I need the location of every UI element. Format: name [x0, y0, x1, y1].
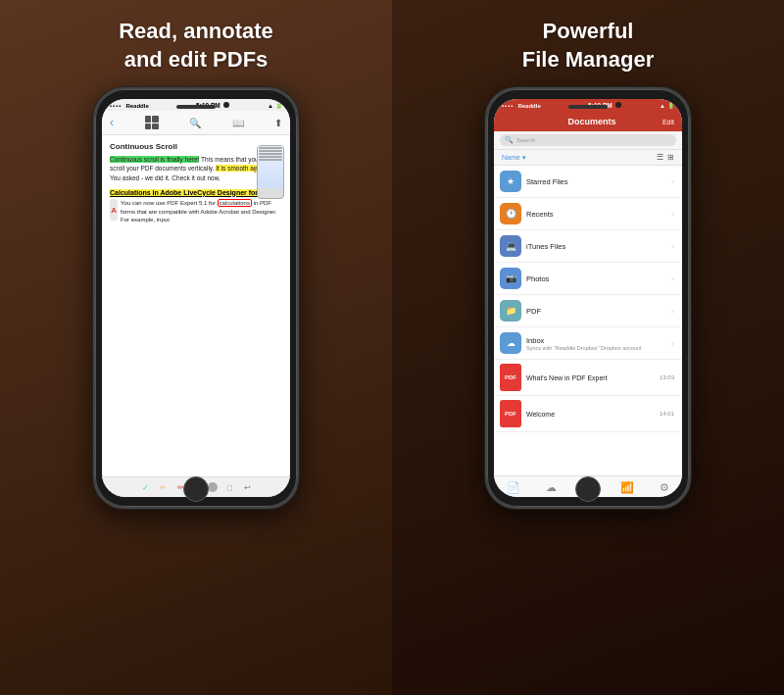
checkmark-tool[interactable]: ✓	[139, 481, 151, 493]
left-headline: Read, annotateand edit PDFs	[119, 18, 273, 74]
wifi-icon: ▲	[268, 103, 273, 109]
grid-view-icon[interactable]: ⊞	[667, 153, 674, 162]
folder-icon: 📁	[506, 306, 516, 316]
right-panel: PowerfulFile Manager •••• Readdle 5:10 P…	[392, 0, 784, 695]
undo-tool[interactable]: ↩	[241, 481, 253, 493]
back-button[interactable]: ‹	[110, 116, 114, 129]
fm-battery-icon: 🔋	[667, 102, 674, 109]
circled-word: calculations	[218, 199, 252, 207]
pdf-section2-title: Calculations in Adobe LiveCycle Designer…	[110, 189, 268, 196]
list-item[interactable]: 📁 PDF ›	[494, 295, 682, 327]
recents-label: Recents	[526, 210, 666, 219]
pdf-mini-phone-illustration	[257, 145, 284, 199]
fm-sort-bar: Name ▾ ☰ ⊞	[494, 150, 682, 166]
file-label-welcome: Welcome	[526, 411, 655, 418]
document-tab-icon: 📄	[507, 481, 520, 494]
eraser-tool[interactable]: ◻	[223, 481, 235, 493]
list-view-icon[interactable]: ☰	[657, 153, 663, 162]
bookmarks-button[interactable]: 📖	[232, 118, 244, 128]
status-right: ▲ 🔋	[268, 102, 282, 109]
mini-line	[259, 150, 282, 152]
body-text-2: You asked - we did it. Check it out now.	[110, 174, 220, 181]
list-item[interactable]: 📷 Photos ›	[494, 263, 682, 295]
fm-carrier: Readdle	[517, 103, 540, 109]
chevron-right-icon: ›	[671, 274, 674, 283]
mini-line	[259, 153, 282, 155]
list-item[interactable]: ☁ Inbox Syncs with "Readdle Dropbox" Dro…	[494, 327, 682, 360]
tab-settings[interactable]: ⚙	[660, 481, 669, 494]
pdf-folder-icon: 📁	[500, 300, 521, 322]
file-time-welcome: 14:01	[660, 411, 674, 417]
left-phone-screen: •••• Readdle 5:10 PM ▲ 🔋 ‹	[102, 99, 290, 497]
gray-circle-tool[interactable]	[208, 482, 218, 492]
search-button[interactable]: 🔍	[189, 118, 201, 128]
adobe-icon: A	[110, 199, 118, 221]
file-item[interactable]: PDF Welcome 14:01	[494, 396, 682, 432]
tab-documents[interactable]: 📄	[507, 481, 520, 494]
fm-signal: ••••	[502, 103, 514, 109]
grid-view-button[interactable]	[145, 116, 159, 129]
sort-chevron-down-icon: ▾	[522, 154, 526, 162]
camera-icon: 📷	[506, 273, 516, 283]
home-button[interactable]	[183, 476, 209, 502]
chevron-right-icon: ›	[671, 242, 674, 251]
signal-dots: ••••	[110, 103, 122, 109]
star-icon: ★	[507, 176, 514, 186]
fm-status-right: ▲ 🔋	[660, 102, 674, 109]
inbox-sublabel: Syncs with "Readdle Dropbox" Dropbox acc…	[526, 345, 666, 351]
status-left: •••• Readdle	[110, 103, 149, 109]
body-text-3: You can now use PDF Expert 5.1 for	[121, 200, 218, 206]
left-panel: Read, annotateand edit PDFs •••• Readdle…	[0, 0, 392, 695]
list-item[interactable]: ★ Starred Files ›	[494, 166, 682, 198]
pencil-tool[interactable]: ✏	[157, 481, 169, 493]
pdf-label: PDF	[526, 307, 666, 316]
chevron-right-icon: ›	[671, 177, 674, 186]
mini-line	[259, 147, 282, 149]
right-headline: PowerfulFile Manager	[522, 18, 654, 74]
starred-files-label: Starred Files	[526, 177, 666, 186]
fm-header-title: Documents	[521, 117, 662, 126]
right-phone-screen: •••• Readdle 5:10 PM ▲ 🔋 Documents Edit	[494, 99, 682, 497]
clock-icon: 🕐	[506, 209, 516, 219]
search-icon: 🔍	[505, 136, 514, 144]
home-button-right[interactable]	[575, 476, 601, 502]
right-phone: •••• Readdle 5:10 PM ▲ 🔋 Documents Edit	[485, 87, 691, 509]
fm-wifi-icon: ▲	[660, 103, 665, 109]
list-item[interactable]: 💻 iTunes Files ›	[494, 230, 682, 263]
file-item[interactable]: PDF What's New in PDF Expert 13:03	[494, 360, 682, 396]
fm-search-box[interactable]: 🔍 Search	[500, 134, 676, 146]
section2-text: You can now use PDF Expert 5.1 for calcu…	[121, 199, 282, 223]
adobe-icon-letter: A	[111, 205, 117, 216]
share-button[interactable]: ⬆	[274, 118, 282, 128]
photos-label: Photos	[526, 274, 666, 283]
grid-cell	[145, 124, 152, 130]
tab-wireless[interactable]: 📶	[620, 481, 634, 494]
fm-sort-name[interactable]: Name ▾	[502, 154, 526, 162]
inbox-icon: ☁	[500, 332, 521, 354]
battery-icon: 🔋	[275, 102, 282, 109]
mini-line	[259, 159, 282, 161]
inbox-cloud-icon: ☁	[507, 338, 515, 348]
fm-file-list: ★ Starred Files › 🕐 Recents ›	[494, 166, 682, 475]
file-time-whats-new: 13:03	[660, 374, 674, 380]
mini-line	[259, 156, 282, 158]
chevron-right-icon: ›	[671, 307, 674, 316]
fm-search-bar: 🔍 Search	[494, 131, 682, 150]
phone-speaker-right	[568, 105, 608, 109]
mini-phone-screen	[258, 146, 283, 187]
fm-header: Documents Edit	[494, 111, 682, 131]
grid-cell	[152, 116, 159, 123]
grid-cell	[145, 116, 152, 123]
grid-cell	[152, 124, 159, 130]
settings-tab-icon: ⚙	[660, 481, 669, 494]
list-item[interactable]: 🕐 Recents ›	[494, 198, 682, 230]
fm-view-icons: ☰ ⊞	[657, 153, 674, 162]
pdf-file-icon: PDF	[500, 364, 521, 391]
pdf-content: ↕ Continuous Scroll Continuous scroll is…	[102, 135, 290, 476]
fm-edit-button[interactable]: Edit	[662, 119, 674, 125]
recents-icon: 🕐	[500, 203, 521, 224]
arrow-indicator: ↕	[253, 165, 257, 175]
tab-cloud[interactable]: ☁	[546, 481, 557, 494]
chevron-right-icon: ›	[671, 339, 674, 348]
left-phone: •••• Readdle 5:10 PM ▲ 🔋 ‹	[93, 87, 299, 509]
